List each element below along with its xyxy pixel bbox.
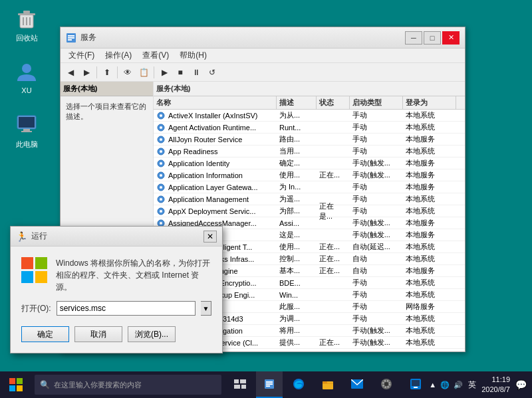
taskbar: 🔍 在这里输入你要搜索的内容 <box>0 371 532 398</box>
run-close-button[interactable]: ✕ <box>203 231 217 243</box>
desktop-icon-my-pc[interactable]: 此电脑 <box>7 113 47 149</box>
svg-rect-55 <box>21 257 33 269</box>
service-row[interactable]: Application Identity确定...手动(触发...本地服务 <box>154 157 465 169</box>
service-status-cell: 正在... <box>317 242 350 252</box>
service-status-cell: 正在... <box>317 266 350 276</box>
service-desc-cell: Assi... <box>277 219 317 227</box>
pause-service-button[interactable]: ⏸ <box>189 65 203 80</box>
restart-service-button[interactable]: ↺ <box>205 65 219 80</box>
service-startup-cell: 手动 <box>350 182 403 192</box>
svg-point-18 <box>160 126 162 129</box>
stop-service-button[interactable]: ■ <box>173 65 188 80</box>
menu-help[interactable]: 帮助(H) <box>174 49 212 62</box>
service-row[interactable]: App Readiness当用...手动本地系统 <box>154 146 465 157</box>
user-icon <box>15 60 39 84</box>
service-startup-cell: 手动 <box>350 110 403 120</box>
run-cancel-button[interactable]: 取消 <box>74 326 122 342</box>
start-button[interactable] <box>0 371 32 398</box>
sep3 <box>154 66 154 78</box>
taskbar-remote-button[interactable] <box>402 371 429 398</box>
service-row[interactable]: ActiveX Installer (AxInstSV)为从...手动本地系统 <box>154 110 465 122</box>
taskbar-services-button[interactable] <box>256 371 283 398</box>
svg-point-34 <box>160 222 162 225</box>
minimize-button[interactable]: ─ <box>405 31 422 45</box>
service-desc-cell: 确定... <box>277 158 317 168</box>
col-header-login[interactable]: 登录为 <box>403 96 456 109</box>
svg-rect-80 <box>414 387 418 388</box>
service-desc-cell: 为 In... <box>277 182 317 192</box>
svg-rect-61 <box>9 385 15 391</box>
up-button[interactable]: ⬆ <box>100 65 114 80</box>
service-startup-cell: 手动(触发... <box>350 218 403 228</box>
notification-button[interactable]: 💬 <box>515 379 527 390</box>
back-button[interactable]: ◀ <box>63 65 78 80</box>
service-startup-cell: 手动 <box>350 278 403 288</box>
service-desc-cell: 将用... <box>277 326 317 336</box>
service-login-cell: 本地服务 <box>403 218 456 228</box>
service-startup-cell: 手动 <box>350 122 403 132</box>
service-name-text: AppX Deployment Servic... <box>168 207 255 215</box>
service-row[interactable]: Application Information使用...正在...手动(触发..… <box>154 169 465 181</box>
service-login-cell: 本地系统 <box>403 338 456 348</box>
taskbar-time[interactable]: 11:19 2020/8/7 <box>481 375 510 395</box>
service-icon <box>156 135 166 144</box>
menu-view[interactable]: 查看(V) <box>137 49 174 62</box>
taskbar-edge-button[interactable] <box>285 371 312 398</box>
close-button[interactable]: ✕ <box>442 31 460 45</box>
service-row[interactable]: Application Management为遥...手动本地系统 <box>154 193 465 205</box>
service-name-cell: AppX Deployment Servic... <box>154 207 277 216</box>
taskbar-explorer-button[interactable] <box>315 371 341 398</box>
taskbar-mail-button[interactable] <box>344 371 370 398</box>
service-login-cell: 本地系统 <box>403 242 456 252</box>
desktop-icon-user[interactable]: XU <box>7 60 47 94</box>
service-row[interactable]: Agent Activation Runtime...Runt...手动本地系统 <box>154 122 465 134</box>
run-icon-row: Windows 将根据你所输入的名称，为你打开相应的程序、文件夹、文档或 Int… <box>21 257 211 293</box>
desktop: 回收站 XU 此电脑 <box>0 0 532 398</box>
tray-arrow[interactable]: ▲ <box>429 381 436 389</box>
svg-rect-79 <box>412 380 420 386</box>
service-name-cell: AllJoyn Router Service <box>154 135 277 144</box>
run-browse-button[interactable]: 浏览(B)... <box>128 326 176 342</box>
properties-button[interactable]: 📋 <box>136 65 151 80</box>
col-header-status[interactable]: 状态 <box>317 96 350 109</box>
run-os-icon <box>21 257 48 284</box>
start-service-button[interactable]: ▶ <box>157 65 172 80</box>
col-header-desc[interactable]: 描述 <box>277 96 317 109</box>
service-desc-cell: 为调... <box>277 314 317 324</box>
clock-date: 2020/8/7 <box>481 385 510 395</box>
svg-rect-57 <box>21 271 33 283</box>
col-header-startup[interactable]: 启动类型 <box>350 96 403 109</box>
run-input-field[interactable] <box>57 301 196 316</box>
run-dropdown-button[interactable]: ▼ <box>201 301 211 316</box>
service-name-cell: ActiveX Installer (AxInstSV) <box>154 111 277 120</box>
service-status-cell: 正在... <box>317 338 350 348</box>
menu-action[interactable]: 操作(A) <box>100 49 137 62</box>
maximize-button[interactable]: □ <box>424 31 441 45</box>
taskbar-settings-button[interactable] <box>373 371 400 398</box>
clock-time: 11:19 <box>481 375 510 385</box>
show-hide-button[interactable]: 👁 <box>120 65 135 80</box>
service-login-cell: 本地系统 <box>403 314 456 324</box>
task-view-button[interactable] <box>227 371 253 398</box>
service-login-cell: 网络服务 <box>403 302 456 312</box>
svg-point-26 <box>160 174 162 177</box>
svg-rect-66 <box>241 385 246 389</box>
service-row[interactable]: Application Layer Gatewa...为 In...手动本地服务 <box>154 181 465 193</box>
run-window-icon: 🏃 <box>16 231 27 242</box>
service-name-cell: Application Identity <box>154 159 277 168</box>
service-startup-cell: 自动(延迟... <box>350 242 403 252</box>
taskbar-apps <box>227 371 429 398</box>
service-row[interactable]: AppX Deployment Servic...为部...正在是...手动本地… <box>154 205 465 217</box>
service-name-text: App Readiness <box>168 148 218 155</box>
svg-rect-12 <box>68 35 74 37</box>
run-ok-button[interactable]: 确定 <box>21 326 69 342</box>
forward-button[interactable]: ▶ <box>79 65 94 80</box>
service-startup-cell: 手动 <box>350 194 403 204</box>
desktop-icon-recycle-bin[interactable]: 回收站 <box>7 7 47 43</box>
menu-file[interactable]: 文件(F) <box>63 49 100 62</box>
col-header-name[interactable]: 名称 <box>154 96 277 109</box>
service-startup-cell: 手动 <box>350 146 403 156</box>
taskbar-search[interactable]: 🔍 在这里输入你要搜索的内容 <box>35 375 221 395</box>
service-icon <box>156 159 166 168</box>
service-row[interactable]: AllJoyn Router Service路由...手动本地服务 <box>154 134 465 146</box>
